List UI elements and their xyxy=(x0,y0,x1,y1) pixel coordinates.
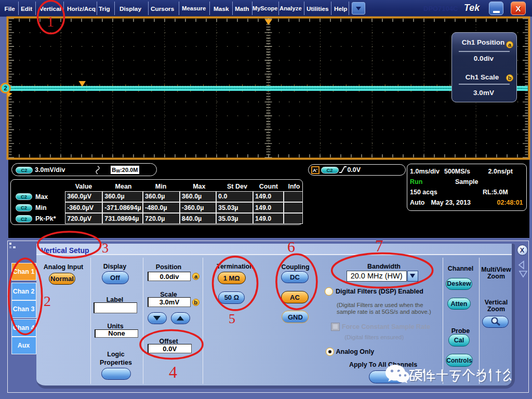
svg-text:2: 2 xyxy=(4,85,7,92)
